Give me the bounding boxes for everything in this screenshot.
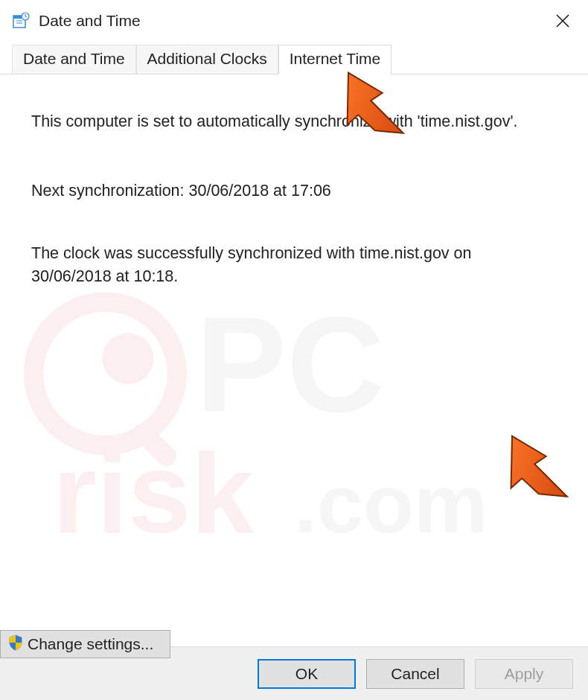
close-button[interactable]	[545, 3, 581, 39]
window-title: Date and Time	[39, 12, 545, 30]
tab-strip: Date and Time Additional Clocks Internet…	[0, 42, 588, 74]
last-sync-text: The clock was successfully synchronized …	[31, 242, 552, 287]
uac-shield-icon	[8, 634, 23, 655]
date-time-icon	[12, 12, 30, 30]
svg-text:risk: risk	[53, 430, 255, 555]
svg-rect-11	[130, 419, 181, 471]
change-settings-row: Change settings...	[0, 630, 525, 658]
svg-text:.com: .com	[294, 457, 488, 550]
date-and-time-dialog: Date and Time Date and Time Additional C…	[0, 0, 588, 700]
tab-content: PC risk .com This computer is set to aut…	[0, 74, 588, 646]
svg-point-9	[33, 302, 177, 445]
change-settings-label: Change settings...	[28, 635, 153, 653]
apply-button: Apply	[475, 659, 573, 689]
cancel-button[interactable]: Cancel	[366, 659, 464, 689]
tab-additional-clocks[interactable]: Additional Clocks	[136, 45, 278, 74]
ok-button[interactable]: OK	[258, 659, 356, 689]
close-icon	[556, 14, 569, 28]
tab-date-and-time[interactable]: Date and Time	[12, 45, 136, 74]
svg-point-10	[102, 333, 153, 384]
change-settings-button[interactable]: Change settings...	[0, 630, 170, 658]
titlebar: Date and Time	[0, 0, 588, 42]
sync-status-text: This computer is set to automatically sy…	[31, 110, 552, 133]
tab-internet-time[interactable]: Internet Time	[278, 45, 392, 74]
watermark: PC risk .com	[22, 283, 566, 561]
svg-text:PC: PC	[196, 288, 385, 440]
next-sync-text: Next synchronization: 30/06/2018 at 17:0…	[31, 179, 552, 203]
